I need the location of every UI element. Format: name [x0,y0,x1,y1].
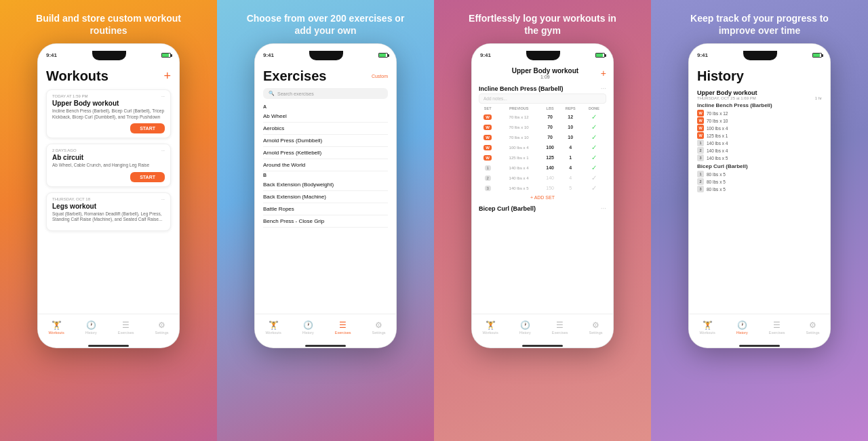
set-lbs-2[interactable]: 70 [541,122,559,132]
custom-link[interactable]: Custom [372,74,388,79]
set-badge-w5: W [484,155,492,161]
exercise-around-world[interactable]: Around the World [263,159,388,171]
exercises-nav-icon-3: ☰ [556,320,564,330]
add-workout-button[interactable]: + [163,69,171,83]
h-badge-1: 1 [697,140,704,146]
check-done-1[interactable]: ✓ [591,113,597,121]
log-content: Upper Body workout 1:09 + Incline Bench … [472,63,613,314]
set-reps-7[interactable]: 4 [559,173,582,183]
nav-history-4[interactable]: 🕐 History [736,320,748,335]
nav-exercises-4[interactable]: ☰ Exercises [769,320,785,335]
battery-icon-2 [378,53,388,58]
nav-exercises-label-2: Exercises [335,331,351,335]
nav-exercises-3[interactable]: ☰ Exercises [552,320,568,335]
exercise-back-ext-machine[interactable]: Back Extension (Machine) [263,191,388,203]
check-grey-7[interactable]: ✓ [591,174,597,182]
exercises-nav-icon-4: ☰ [773,320,781,330]
exercise-bench-close[interactable]: Bench Press - Close Grip [263,215,388,228]
log-exercise-2-title: Bicep Curl (Barbell) ··· [479,205,606,212]
check-done-3[interactable]: ✓ [591,133,597,141]
set-lbs-7[interactable]: 140 [541,173,559,183]
nav-workouts-3[interactable]: 🏋 Workouts [483,320,498,335]
home-indicator-1 [38,343,179,348]
set-reps-4[interactable]: 4 [559,142,582,152]
check-done-4[interactable]: ✓ [591,144,597,151]
history-set-row: W 70 lbs x 10 [697,117,822,124]
set-lbs-5[interactable]: 125 [541,152,559,163]
nav-exercises-label-4: Exercises [769,331,785,335]
nav-history-label-1: History [85,331,97,335]
history-screen: History Upper Body workout THURSDAY, OCT… [689,63,830,314]
exercise-aerobics[interactable]: Aerobics [263,123,388,135]
workout-name-1: Upper Body workout [52,100,165,107]
battery-icon-4 [812,53,822,58]
set-reps-5[interactable]: 1 [559,152,582,163]
home-bar-3 [522,345,563,347]
settings-nav-icon-1: ⚙ [158,320,165,330]
start-workout-2-button[interactable]: START [130,172,165,182]
time-4: 9:41 [697,52,708,58]
check-done-2[interactable]: ✓ [591,123,597,131]
nav-settings-4[interactable]: ⚙ Settings [806,320,820,335]
set-prev-8: 140 lbs x 5 [496,183,541,193]
exercise-ab-wheel[interactable]: Ab Wheel [263,110,388,123]
nav-settings-2[interactable]: ⚙ Settings [372,320,386,335]
set-reps-2[interactable]: 10 [559,122,582,132]
history-entry-1: Upper Body workout THURSDAY, OCT 25 at 1… [697,89,822,192]
h-set-text-3: 100 lbs x 4 [707,126,728,131]
status-icons-4 [812,53,822,58]
set-reps-1[interactable]: 12 [559,112,582,122]
set-prev-7: 140 lbs x 4 [496,173,541,183]
panel-1-caption: Build and store custom workout routines [27,12,190,37]
nav-settings-1[interactable]: ⚙ Settings [155,320,169,335]
col-previous: PREVIOUS [496,106,541,112]
workout-meta-3: THURSDAY, OCT 18 ··· [52,197,165,201]
h-badge-2: 2 [697,147,704,154]
status-icons-2 [378,53,388,58]
bottom-nav-1: 🏋 Workouts 🕐 History ☰ Exercises ⚙ Setti… [38,314,179,343]
exercise-arnold-dumbbell[interactable]: Arnold Press (Dumbbell) [263,135,388,147]
nav-exercises-1[interactable]: ☰ Exercises [118,320,134,335]
nav-settings-3[interactable]: ⚙ Settings [589,320,603,335]
nav-history-2[interactable]: 🕐 History [302,320,314,335]
set-lbs-4[interactable]: 100 [541,142,559,152]
log-header: Upper Body workout 1:09 + [479,67,606,79]
nav-exercises-2[interactable]: ☰ Exercises [335,320,351,335]
exercise-list: A Ab Wheel Aerobics Arnold Press (Dumbbe… [263,103,388,308]
history-set-row: 3 140 lbs x 5 [697,154,822,161]
check-done-5[interactable]: ✓ [591,154,597,161]
set-lbs-8[interactable]: 150 [541,183,559,193]
exercise-letter-b: B [263,171,388,179]
nav-history-1[interactable]: 🕐 History [85,320,97,335]
set-lbs-6[interactable]: 140 [541,163,559,173]
status-icons-3 [595,53,605,58]
nav-workouts-1[interactable]: 🏋 Workouts [49,320,64,335]
set-badge-3: 3 [485,186,491,191]
h-set-text-6: 140 lbs x 4 [707,148,728,153]
exercises-screen: Exercises Custom 🔍 Search exercises A Ab… [255,63,396,314]
nav-history-3[interactable]: 🕐 History [519,320,531,335]
set-reps-8[interactable]: 5 [559,183,582,193]
check-grey-8[interactable]: ✓ [591,184,597,192]
log-notes-field[interactable]: Add notes... [479,93,606,104]
history-set-row: 1 80 lbs x 5 [697,171,822,177]
nav-history-label-3: History [519,331,531,335]
set-lbs-1[interactable]: 70 [541,112,559,122]
h-set-text-b3: 80 lbs x 5 [707,187,726,192]
nav-workouts-2[interactable]: 🏋 Workouts [266,320,281,335]
add-set-icon[interactable]: + [601,68,606,79]
start-workout-1-button[interactable]: START [130,123,165,133]
exercise-arnold-kettlebell[interactable]: Arnold Press (Kettlebell) [263,147,388,159]
nav-workouts-4[interactable]: 🏋 Workouts [700,320,715,335]
exercises-search-bar[interactable]: 🔍 Search exercises [263,88,388,99]
exercise-back-ext-bw[interactable]: Back Extension (Bodyweight) [263,179,388,191]
set-reps-3[interactable]: 10 [559,132,582,142]
panel-4-caption: Keep track of your progress to improve o… [678,12,841,37]
settings-nav-icon-2: ⚙ [375,320,382,330]
exercise-battle-ropes[interactable]: Battle Ropes [263,203,388,215]
add-set-button[interactable]: + ADD SET [479,193,606,202]
check-done-6[interactable]: ✓ [591,164,597,171]
set-lbs-3[interactable]: 70 [541,132,559,142]
h-badge-b2: 2 [697,178,704,185]
set-reps-6[interactable]: 4 [559,163,582,173]
